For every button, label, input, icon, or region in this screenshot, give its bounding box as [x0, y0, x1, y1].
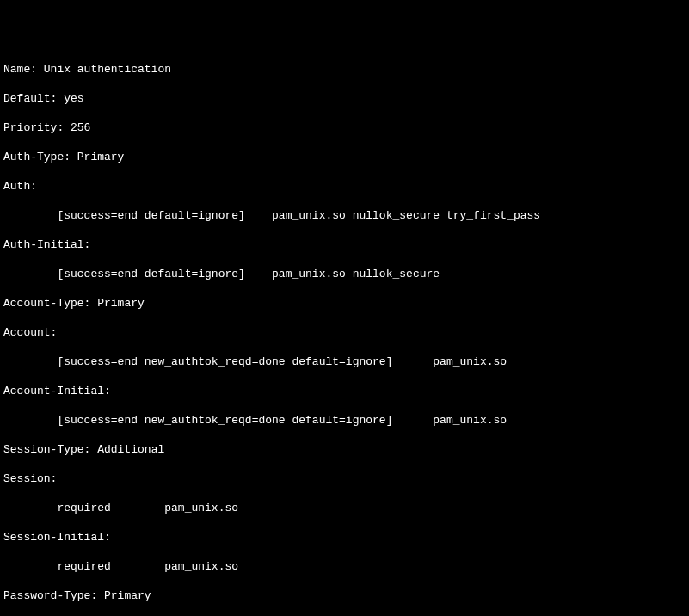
file-line: Name: Unix authentication	[3, 62, 686, 77]
file-line: required pam_unix.so	[3, 501, 686, 515]
file-line: Account-Initial:	[3, 384, 686, 398]
file-line: Session-Type: Additional	[3, 442, 686, 457]
file-line: Auth-Type: Primary	[3, 150, 686, 164]
file-line: [success=end new_authtok_reqd=done defau…	[3, 413, 686, 428]
file-line: Priority: 256	[3, 120, 686, 135]
file-line: Auth-Initial:	[3, 237, 686, 252]
file-line: [success=end default=ignore] pam_unix.so…	[3, 208, 686, 223]
file-line: Password-Type: Primary	[3, 588, 686, 603]
file-line: Auth:	[3, 179, 686, 194]
file-line: required pam_unix.so	[3, 559, 686, 574]
file-line: Session-Initial:	[3, 530, 686, 545]
file-line: Account-Type: Primary	[3, 296, 686, 311]
file-line: Session:	[3, 471, 686, 486]
file-line: [success=end default=ignore] pam_unix.so…	[3, 267, 686, 281]
file-line: Account:	[3, 325, 686, 340]
file-line: Default: yes	[3, 91, 686, 106]
file-line: [success=end new_authtok_reqd=done defau…	[3, 354, 686, 369]
